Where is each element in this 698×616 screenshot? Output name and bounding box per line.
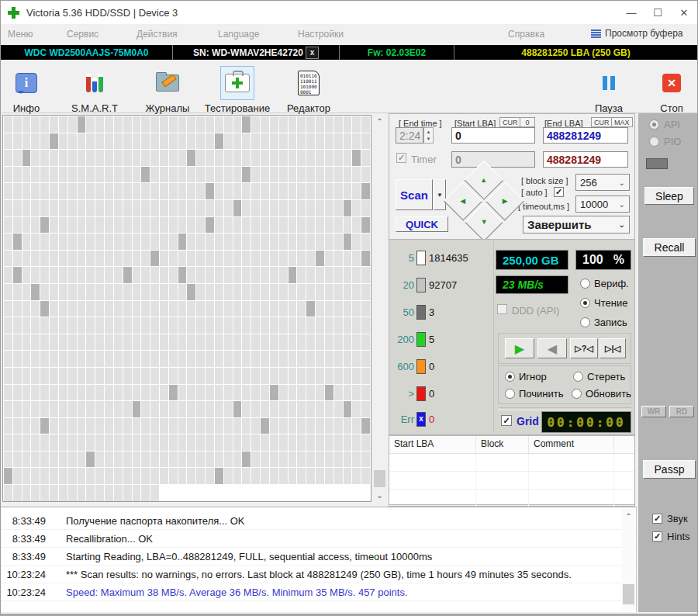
action-repair[interactable]: Починить	[505, 388, 564, 400]
timer-end-input[interactable]: 488281249	[543, 151, 628, 168]
api-radio[interactable]: API	[649, 119, 680, 130]
maximize-button[interactable]: ☐	[644, 1, 671, 24]
close-button[interactable]: ✕	[671, 1, 697, 24]
scroll-up-icon[interactable]: ⌃	[373, 115, 386, 128]
map-cell	[141, 167, 150, 183]
log-scroll-thumb[interactable]	[623, 584, 634, 604]
map-cell	[187, 334, 195, 351]
minimize-button[interactable]: —	[618, 1, 644, 24]
map-cell	[279, 317, 288, 334]
pause-button[interactable]: Пауза	[575, 66, 642, 114]
map-cell	[123, 251, 132, 267]
editor-button[interactable]: 010110 110011 101000 0001 Редактор	[275, 66, 342, 114]
block-size-select[interactable]: 256⌄	[575, 174, 630, 191]
menu-item-help[interactable]: Справка	[508, 29, 544, 40]
menu-item-service[interactable]: Сервис	[67, 29, 98, 40]
seek-end-button[interactable]: ▷|◁	[600, 338, 626, 358]
map-cell	[22, 452, 31, 468]
map-cell	[22, 217, 31, 234]
col-block[interactable]: Block	[476, 436, 529, 453]
grid-checkbox[interactable]: ✓	[501, 415, 512, 426]
map-cell	[40, 485, 49, 501]
passp-button[interactable]: Passp	[643, 460, 696, 479]
end-time-spinner[interactable]: ▲▼	[423, 127, 434, 144]
map-cell	[361, 334, 370, 351]
map-cell	[297, 434, 306, 451]
serial-close-button[interactable]: x	[306, 47, 319, 59]
end-cur-button[interactable]: CUR	[591, 117, 613, 127]
map-cell	[160, 334, 168, 351]
finish-action-select[interactable]: Завершить⌄	[523, 216, 630, 234]
map-scroll-thumb[interactable]	[374, 470, 385, 487]
map-cell	[78, 200, 86, 216]
map-cell	[40, 368, 49, 384]
start-zero-button[interactable]: 0	[520, 117, 535, 127]
menu-item-actions[interactable]: Действия	[136, 29, 178, 40]
chevron-down-icon: ⌄	[619, 220, 625, 229]
map-cell	[13, 217, 22, 234]
scroll-up-icon[interactable]: ⌃	[622, 510, 635, 523]
start-lba-input[interactable]: 0	[451, 127, 535, 144]
hints-checkbox[interactable]: ✓	[652, 531, 662, 542]
start-cur-button[interactable]: CUR	[499, 117, 521, 127]
action-refresh[interactable]: Обновить	[572, 388, 631, 400]
timer-start-input[interactable]: 0	[451, 151, 535, 168]
journals-button[interactable]: Журналы	[134, 66, 201, 114]
auto-checkbox[interactable]: ✓	[554, 187, 564, 197]
map-cell	[361, 452, 370, 468]
map-cell	[178, 116, 187, 133]
smart-button[interactable]: S.M.A.R.T	[61, 66, 128, 114]
sound-checkbox-row[interactable]: ✓Звук	[652, 513, 688, 524]
timer-checkbox[interactable]: ✓	[396, 153, 406, 163]
map-cell	[352, 200, 361, 216]
play-back-button[interactable]: ◀	[537, 338, 567, 358]
map-cell	[169, 167, 178, 183]
menu-item-settings[interactable]: Настройки	[298, 29, 344, 40]
map-cell	[215, 133, 223, 150]
info-button[interactable]: i Инфо	[0, 66, 60, 114]
map-cell	[344, 167, 352, 183]
testing-button[interactable]: Тестирование	[204, 66, 271, 114]
pio-radio[interactable]: PIO	[649, 136, 681, 147]
end-time-value[interactable]: 2:24	[396, 127, 423, 144]
log-entry: 8:33:49 Starting Reading, LBA=0..4882812…	[1, 548, 636, 566]
col-start-lba[interactable]: Start LBA	[389, 436, 476, 453]
map-cell	[178, 401, 187, 417]
scan-dropdown-button[interactable]: ▼	[434, 179, 446, 210]
menu-item-menu[interactable]: Меню	[8, 29, 33, 40]
hints-checkbox-row[interactable]: ✓Hints	[652, 531, 690, 542]
sleep-button[interactable]: Sleep	[644, 187, 694, 205]
sound-checkbox[interactable]: ✓	[652, 514, 662, 524]
mode-verify[interactable]: Вериф.	[580, 278, 629, 289]
map-cell	[344, 301, 352, 317]
map-cell	[141, 368, 150, 384]
mode-write[interactable]: Запись	[580, 317, 627, 328]
action-ignore[interactable]: Игнор	[505, 371, 547, 382]
play-forward-button[interactable]: ▶	[505, 338, 534, 358]
col-comment[interactable]: Comment	[529, 436, 614, 453]
scan-button[interactable]: Scan	[396, 179, 433, 210]
app-icon	[8, 7, 19, 19]
map-cell	[141, 401, 150, 417]
map-cell	[206, 401, 214, 417]
map-scrollbar[interactable]: ⌃ ⌄	[373, 115, 386, 502]
menu-item-language[interactable]: Language	[218, 29, 259, 40]
stop-button[interactable]: ✕ Стоп	[638, 66, 698, 114]
scroll-down-icon[interactable]: ⌄	[373, 489, 386, 502]
mode-read[interactable]: Чтение	[580, 297, 627, 309]
seek-question-button[interactable]: ▷?◁	[570, 338, 598, 358]
rd-button[interactable]: RD	[669, 406, 694, 417]
timeout-select[interactable]: 10000⌄	[575, 196, 630, 213]
end-max-button[interactable]: MAX	[611, 117, 633, 127]
map-cell	[68, 183, 77, 199]
ddd-checkbox[interactable]	[497, 304, 507, 314]
buffer-view-button[interactable]: Просмотр буфера	[591, 28, 683, 39]
quick-button[interactable]: QUICK	[396, 216, 448, 232]
side-panel: API PIO Sleep Recall WR RD Passp ✓Звук ✓…	[638, 113, 697, 612]
map-cell	[196, 418, 205, 434]
recall-button[interactable]: Recall	[643, 238, 696, 257]
wr-button[interactable]: WR	[641, 406, 666, 417]
action-erase[interactable]: Стереть	[573, 371, 625, 382]
log-scrollbar[interactable]: ⌃	[622, 508, 635, 611]
end-lba-input[interactable]: 488281249	[543, 127, 628, 144]
